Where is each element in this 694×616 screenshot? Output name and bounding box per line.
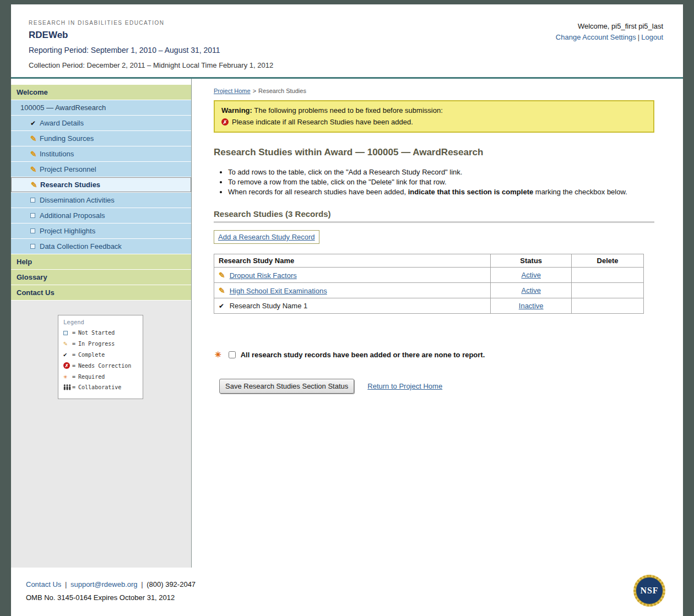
footer-contact-line: Contact Us | support@rdeweb.org | (800) … — [26, 580, 196, 588]
save-section-status-button[interactable]: Save Research Studies Section Status — [219, 379, 354, 394]
sidebar-item-contact-us[interactable]: Contact Us — [11, 285, 191, 300]
people-icon — [63, 384, 72, 390]
legend-item: = Not Started — [63, 330, 138, 336]
page-background: RESEARCH IN DISABILITIES EDUCATION RDEWe… — [0, 0, 694, 616]
instruction-item: To remove a row from the table, click on… — [228, 178, 654, 186]
legend-label: Complete — [78, 352, 105, 358]
square-icon — [30, 213, 40, 218]
pencil-icon — [30, 165, 40, 174]
sidebar-item-project-personnel[interactable]: Project Personnel — [11, 162, 191, 177]
sidebar-item-award-details[interactable]: Award Details — [11, 116, 191, 130]
pencil-icon — [30, 150, 40, 159]
footer-phone: (800) 392-2047 — [147, 580, 196, 588]
error-icon — [63, 362, 72, 369]
sidebar-item-data-collection-feedback[interactable]: Data Collection Feedback — [11, 239, 191, 254]
sidebar-item-institutions[interactable]: Institutions — [11, 146, 191, 161]
square-icon — [63, 331, 72, 335]
instruction-item: To add rows to the table, click on the "… — [228, 168, 654, 176]
legend-title: Legend — [63, 319, 138, 325]
pencil-icon — [219, 271, 227, 280]
header-titles: RESEARCH IN DISABILITIES EDUCATION RDEWe… — [29, 20, 273, 69]
table-row: Dropout Risk Factors Active — [214, 268, 644, 283]
change-account-settings-link[interactable]: Change Account Settings — [556, 33, 636, 41]
header: RESEARCH IN DISABILITIES EDUCATION RDEWe… — [11, 4, 683, 77]
required-asterisk-icon — [215, 350, 221, 359]
study-name-link[interactable]: High School Exit Examinations — [230, 287, 327, 295]
sidebar-item-label: Research Studies — [40, 181, 100, 189]
footer: Contact Us | support@rdeweb.org | (800) … — [11, 568, 683, 616]
sidebar-item-research-studies[interactable]: Research Studies — [11, 177, 191, 192]
warning-item: Please indicate if all Research Studies … — [221, 118, 647, 126]
status-link[interactable]: Active — [522, 271, 541, 279]
check-icon — [219, 302, 227, 310]
add-record-box: Add a Research Study Record — [214, 230, 319, 244]
footer-email-link[interactable]: support@rdeweb.org — [71, 580, 138, 588]
section-complete-checkbox[interactable] — [229, 351, 236, 358]
section-complete-label: All research study records have been add… — [241, 351, 485, 359]
sidebar-item-glossary[interactable]: Glossary — [11, 270, 191, 285]
actions-row: Save Research Studies Section Status Ret… — [219, 379, 654, 394]
check-icon — [30, 119, 40, 127]
app-window: RESEARCH IN DISABILITIES EDUCATION RDEWe… — [11, 4, 683, 616]
return-to-project-home-link[interactable]: Return to Project Home — [367, 382, 442, 390]
legend-item: = Needs Correction — [63, 362, 138, 369]
legend-label: Not Started — [78, 330, 115, 336]
sidebar-item-dissemination-activities[interactable]: Dissemination Activities — [11, 193, 191, 208]
logout-link[interactable]: Logout — [641, 33, 663, 41]
sidebar-item-label: 100005 — AwardResearch — [20, 103, 106, 112]
pencil-icon — [30, 134, 40, 143]
sidebar-lower-area: Legend = Not Started = In Progress — [11, 301, 191, 568]
nsf-logo: NSF — [633, 575, 665, 607]
instruction-item: When records for all research studies ha… — [228, 188, 654, 196]
sidebar-item-additional-proposals[interactable]: Additional Proposals — [11, 208, 191, 223]
warning-heading: Warning: The following problems need to … — [221, 106, 647, 115]
collection-period: Collection Period: December 2, 2011 – Mi… — [29, 61, 273, 69]
sidebar-item-help[interactable]: Help — [11, 254, 191, 269]
nsf-logo-text: NSF — [636, 577, 663, 604]
square-icon — [30, 228, 40, 233]
sidebar-item-label: Welcome — [17, 88, 48, 96]
legend-label: Collaborative — [78, 384, 121, 390]
error-icon — [221, 118, 229, 126]
welcome-text: Welcome, pi5_first pi5_last — [556, 22, 663, 30]
pencil-icon — [31, 181, 40, 189]
square-icon — [30, 198, 40, 203]
legend-label: In Progress — [78, 341, 115, 347]
section-complete-row: All research study records have been add… — [215, 350, 654, 359]
breadcrumb-separator: > — [253, 88, 256, 94]
delete-cell — [572, 298, 644, 314]
delete-cell — [572, 283, 644, 298]
breadcrumb: Project Home>Research Studies — [214, 88, 654, 94]
page-title: Research Studies within Award — 100005 —… — [214, 147, 654, 158]
account-area: Welcome, pi5_first pi5_last Change Accou… — [556, 20, 663, 69]
status-link[interactable]: Active — [522, 286, 541, 295]
asterisk-icon — [63, 373, 72, 380]
sidebar-item-label: Data Collection Feedback — [40, 242, 122, 250]
legend-label: Needs Correction — [78, 363, 131, 369]
breadcrumb-current: Research Studies — [258, 88, 306, 94]
app-name: RDEWeb — [29, 30, 273, 41]
footer-contact-link[interactable]: Contact Us — [26, 580, 61, 588]
sidebar-item-welcome[interactable]: Welcome — [11, 85, 191, 100]
content-area: Welcome 100005 — AwardResearch Award Det… — [11, 79, 683, 568]
sidebar-item-label: Award Details — [40, 119, 84, 127]
warning-banner: Warning: The following problems need to … — [214, 100, 654, 133]
add-research-study-link[interactable]: Add a Research Study Record — [218, 233, 315, 241]
sidebar-item-funding-sources[interactable]: Funding Sources — [11, 131, 191, 146]
sidebar-nav: Welcome 100005 — AwardResearch Award Det… — [11, 79, 191, 301]
square-icon — [30, 244, 40, 249]
sidebar-item-award[interactable]: 100005 — AwardResearch — [11, 100, 191, 115]
sidebar-item-label: Funding Sources — [40, 134, 94, 143]
sidebar-item-label: Contact Us — [17, 288, 55, 297]
legend-label: Required — [78, 374, 105, 380]
research-studies-table: Research Study Name Status Delete Dropou… — [214, 254, 644, 314]
program-name: RESEARCH IN DISABILITIES EDUCATION — [29, 20, 273, 26]
column-header-status: Status — [491, 254, 572, 268]
link-separator: | — [638, 33, 639, 41]
sidebar-item-project-highlights[interactable]: Project Highlights — [11, 223, 191, 238]
check-icon — [63, 351, 72, 358]
status-link[interactable]: Inactive — [519, 302, 544, 310]
breadcrumb-project-home-link[interactable]: Project Home — [214, 88, 251, 94]
legend-item: = In Progress — [63, 340, 138, 347]
study-name-link[interactable]: Dropout Risk Factors — [230, 271, 297, 280]
